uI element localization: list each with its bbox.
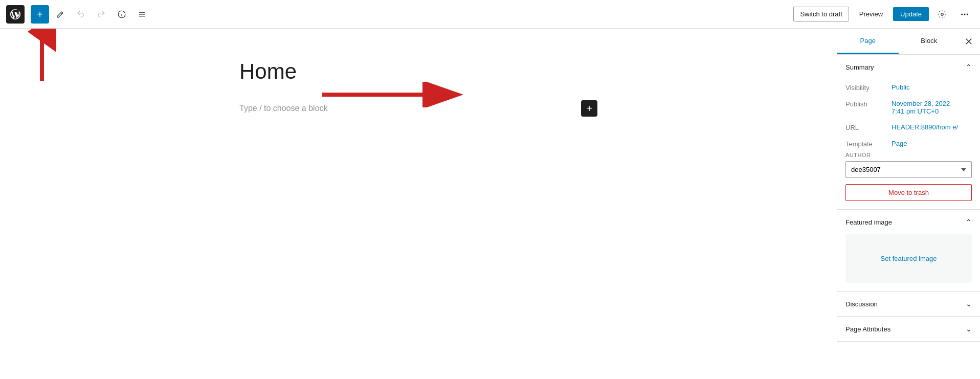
toolbar-left: + [6,5,793,24]
edit-button[interactable] [51,5,70,24]
gear-icon [938,10,947,19]
sidebar: Page Block Summary ⌃ Visibility Public [837,29,980,379]
undo-button[interactable] [72,5,90,24]
placeholder-text: Type / to choose a block [239,104,581,113]
author-label: AUTHOR [845,152,972,158]
featured-image-chevron-icon: ⌃ [966,218,972,226]
publish-label: Publish [845,100,892,108]
visibility-row: Visibility Public [845,79,972,96]
summary-chevron-icon: ⌃ [966,63,972,71]
set-featured-image-button[interactable]: Set featured image [845,234,972,283]
editor-content: Home Type / to choose a block + [219,29,618,147]
summary-panel: Summary ⌃ Visibility Public Publish Nove… [837,55,980,210]
wordpress-icon [10,9,20,19]
toolbar: + [0,0,980,29]
discussion-panel: Discussion ⌄ [837,292,980,317]
author-select[interactable]: dee35007 [845,161,972,178]
redo-button[interactable] [92,5,110,24]
url-row: URL HEADER:8890/hom e/ [845,119,972,136]
undo-icon [76,10,85,19]
featured-image-panel-body: Set featured image [837,234,980,291]
move-to-trash-button[interactable]: Move to trash [845,184,972,201]
url-value[interactable]: HEADER:8890/hom e/ [892,123,958,131]
arrow-up-indicator [27,29,57,86]
wp-logo[interactable] [6,5,25,24]
svg-point-9 [967,13,968,15]
toolbar-right: Switch to draft Preview Update [793,5,974,24]
add-block-button[interactable]: + [31,5,49,24]
editor-area: Home Type / to choose a block + [0,29,837,379]
featured-image-panel: Featured image ⌃ Set featured image [837,210,980,292]
discussion-chevron-icon: ⌄ [966,300,972,308]
summary-panel-title: Summary [845,63,874,71]
list-view-button[interactable] [133,5,151,24]
pencil-icon [56,10,65,19]
more-options-button[interactable] [955,5,974,24]
summary-panel-header[interactable]: Summary ⌃ [837,55,980,79]
tab-page[interactable]: Page [837,29,899,54]
block-placeholder-row: Type / to choose a block + [239,100,597,117]
template-value[interactable]: Page [892,140,907,147]
more-options-icon [960,10,969,19]
sidebar-close-button[interactable] [960,32,978,51]
visibility-label: Visibility [845,83,892,92]
featured-image-panel-header[interactable]: Featured image ⌃ [837,210,980,234]
url-label: URL [845,123,892,131]
settings-button[interactable] [933,5,951,24]
close-icon [965,37,973,46]
visibility-value[interactable]: Public [892,83,909,91]
list-view-icon [138,10,147,19]
template-row: Template Page [845,136,972,152]
discussion-panel-header[interactable]: Discussion ⌄ [837,292,980,316]
discussion-title: Discussion [845,300,878,308]
update-button[interactable]: Update [893,7,929,21]
page-attributes-panel-header[interactable]: Page Attributes ⌄ [837,317,980,341]
page-attributes-title: Page Attributes [845,325,890,333]
publish-row: Publish November 28, 2022 7:41 pm UTC+0 [845,96,972,119]
info-button[interactable] [113,5,131,24]
redo-icon [97,10,106,19]
switch-to-draft-button[interactable]: Switch to draft [793,7,849,21]
svg-point-7 [961,13,963,15]
preview-button[interactable]: Preview [853,7,889,21]
page-attributes-chevron-icon: ⌄ [966,325,972,333]
author-section: AUTHOR dee35007 [845,152,972,180]
main-layout: Home Type / to choose a block + Page Blo… [0,29,980,379]
template-label: Template [845,140,892,148]
add-block-inline-button[interactable]: + [581,100,597,117]
svg-point-8 [964,13,966,15]
svg-point-6 [941,13,944,15]
info-icon [117,10,126,19]
summary-panel-body: Visibility Public Publish November 28, 2… [837,79,980,209]
featured-image-title: Featured image [845,218,892,226]
publish-value[interactable]: November 28, 2022 7:41 pm UTC+0 [892,100,950,115]
sidebar-tabs: Page Block [837,29,980,55]
tab-block[interactable]: Block [899,29,960,54]
page-attributes-panel: Page Attributes ⌄ [837,317,980,342]
page-title[interactable]: Home [239,59,597,84]
